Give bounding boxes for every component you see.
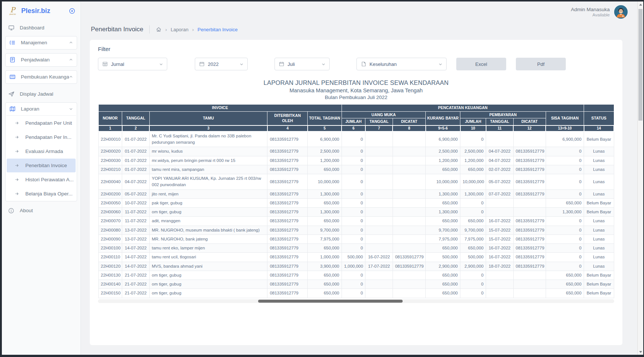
calendar-icon <box>279 61 284 67</box>
cell <box>365 235 393 243</box>
breadcrumb-laporan[interactable]: Laporan <box>171 27 188 32</box>
sidebar-subitem-penerbitan-invoice[interactable]: Penerbitan Invoice <box>7 159 76 172</box>
cell: 22H00080 <box>98 226 122 235</box>
cell: 22H00110 <box>98 253 122 262</box>
user-chip[interactable]: Admin Manasuka Available <box>571 5 628 19</box>
cell: 9,700,000 <box>308 226 342 235</box>
cell: 1,200,000 <box>460 156 486 165</box>
ledger-card-icon <box>9 74 16 80</box>
report-table-wrap: INVOICE PENCATATAN KEUANGAN NOMOR TANGGA… <box>98 104 614 303</box>
dropdown-scope[interactable]: Keseluruhan <box>356 58 447 70</box>
cell: MR. NUGROHO, museum mandala bhakti ( ban… <box>149 226 267 235</box>
home-icon[interactable] <box>156 26 162 32</box>
col-header-tamu: TAMU <box>149 111 267 125</box>
cell: 16-07-2022 <box>486 244 513 253</box>
dropdown-month[interactable]: Juli <box>275 58 330 70</box>
sidebar-item-laporan[interactable]: Laporan <box>6 103 77 115</box>
breadcrumb-penerbitan-invoice[interactable]: Penerbitan Invoice <box>197 27 238 32</box>
cell: 01-07-2022 <box>122 147 149 156</box>
cell: 081335912779 <box>267 174 308 190</box>
cell <box>365 156 393 165</box>
cell: 081335912779 <box>513 189 546 198</box>
cell: 0 <box>342 226 365 235</box>
sidebar-toggle-icon[interactable] <box>69 8 75 14</box>
scroll-up-arrow[interactable] <box>638 1 643 7</box>
cell: jito rent, mijen <box>149 189 267 198</box>
cell: 081335912779 <box>267 262 308 271</box>
dropdown-year[interactable]: 2022 <box>195 58 248 70</box>
table-row: 22H0013021-07-2022om tiger, gubug0813359… <box>98 271 614 280</box>
cell: mr.widya, perum bringin permai rt 000 rw… <box>149 156 267 165</box>
cell: 16-07-2022 <box>486 217 513 226</box>
cell <box>513 131 546 147</box>
col-header-pembayaran: PEMBAYARAN <box>460 111 546 118</box>
cell <box>393 235 426 243</box>
cell: 22H00140 <box>98 280 122 289</box>
table-row: 22H0015021-07-2022om tiger, gubug0813359… <box>98 289 614 298</box>
excel-button[interactable]: Excel <box>456 58 506 70</box>
sidebar-item-display-jadwal[interactable]: Display Jadwal <box>2 88 80 101</box>
paper-plane-icon <box>8 91 15 97</box>
cell: 1,000,000 <box>308 253 342 262</box>
avatar[interactable] <box>614 5 628 19</box>
cell: 650,000 <box>546 280 584 289</box>
vertical-scrollbar-thumb[interactable] <box>638 9 643 121</box>
cell: 081335912779 <box>513 165 546 174</box>
sidebar-subitem-pendapatan-per-unit[interactable]: Pendapatan Per Unit <box>7 116 76 130</box>
table-grid-icon <box>102 61 108 67</box>
cell: 081335912779 <box>267 156 308 165</box>
cell: 2,500,000 <box>426 147 460 156</box>
cell: 04-07-2022 <box>486 156 513 165</box>
cell: 0 <box>342 165 365 174</box>
status-cell: Lunas <box>584 235 614 243</box>
cell: MR. NUGROHO, bank jateng <box>149 235 267 243</box>
cell <box>486 271 513 280</box>
sidebar-subitem-label: Belanja Biaya Oper... <box>25 191 73 197</box>
report-heading: LAPORAN JURNAL PENERBITAN INVOICE SEWA K… <box>98 79 614 100</box>
sidebar-item-about[interactable]: About <box>2 204 80 217</box>
cell: tamu rent mira, sampangan <box>149 165 267 174</box>
sidebar-group-penjadwalan: Penjadwalan <box>5 53 77 67</box>
cell <box>393 226 426 235</box>
file-icon <box>361 61 366 67</box>
col-header-p-dicatat: DICATAT <box>513 118 546 125</box>
scroll-down-arrow[interactable] <box>638 349 643 355</box>
cell <box>393 217 426 226</box>
cell <box>393 280 426 289</box>
sidebar-item-penjadwalan[interactable]: Penjadwalan <box>6 54 77 66</box>
breadcrumb-separator: › <box>165 27 167 32</box>
sidebar: P plesir.biz Plesir.biz Dashboard <box>2 1 81 355</box>
cell <box>365 165 393 174</box>
sidebar-item-pembukuan-keuangan[interactable]: Pembukuan Keuangan <box>6 71 77 83</box>
cell: 0 <box>342 156 365 165</box>
divider <box>149 25 150 34</box>
sidebar-item-dashboard[interactable]: Dashboard <box>2 22 80 34</box>
sidebar-subitem-pendapatan-per-in[interactable]: Pendapatan Per In... <box>7 130 76 144</box>
cell: 081335912779 <box>513 226 546 235</box>
cell <box>365 244 393 253</box>
sidebar-item-manajemen[interactable]: Manajemen <box>6 36 77 49</box>
pdf-button[interactable]: Pdf <box>516 58 566 70</box>
sidebar-subitem-evaluasi-armada[interactable]: Evaluasi Armada <box>7 144 76 158</box>
cell: 0 <box>546 235 584 243</box>
column-number: 11 <box>486 125 513 131</box>
sidebar-subitem-belanja-biaya[interactable]: Belanja Biaya Oper... <box>7 187 76 201</box>
col-header-um-jumlah: JUMLAH <box>342 118 365 125</box>
cell: 22H00120 <box>98 262 122 271</box>
sidebar-subitem-histori-perawatan[interactable]: Histori Perawatan A... <box>7 173 76 187</box>
cell: 650,000 <box>460 244 486 253</box>
cell: 650,000 <box>426 271 460 280</box>
table-row: 22H0004004-07-2022YOPI YANUAR ARI KUSUMA… <box>98 174 614 190</box>
column-number: 5 <box>308 125 342 131</box>
cell <box>365 217 393 226</box>
cell <box>393 165 426 174</box>
horizontal-scrollbar-thumb[interactable] <box>258 300 403 303</box>
cell: 0 <box>460 289 486 298</box>
cell: 0 <box>546 217 584 226</box>
cell: 0 <box>460 208 486 217</box>
cell: 05-07-2022 <box>486 174 513 190</box>
sidebar-group-manajemen: Manajemen <box>5 36 77 50</box>
dropdown-report-type[interactable]: Jurnal <box>98 58 167 70</box>
sidebar-item-label: Display Jadwal <box>20 91 75 97</box>
cell: 650,000 <box>460 217 486 226</box>
